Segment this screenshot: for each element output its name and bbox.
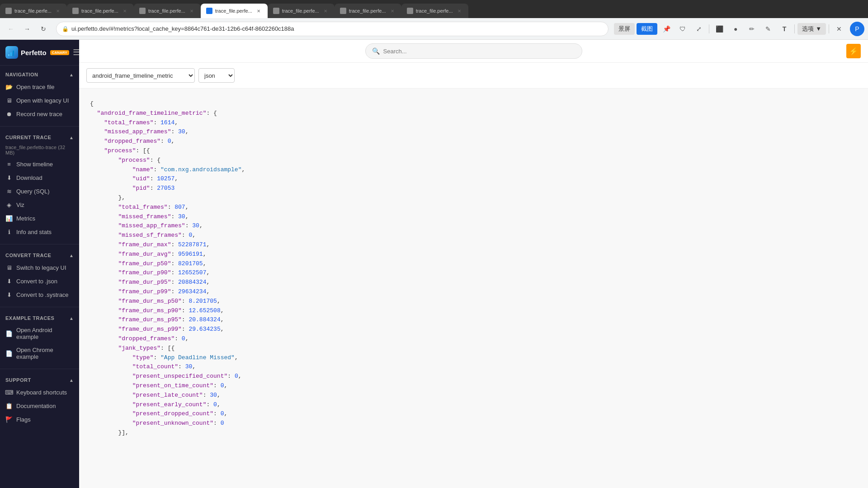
url-text: ui.perfetto.dev/#!metrics?local_cache_ke… [71, 25, 294, 32]
tab-favicon-1 [5, 8, 12, 14]
tab-favicon-7 [407, 8, 413, 14]
section-navigation-header[interactable]: Navigation ▲ [0, 69, 79, 80]
tab-close-5[interactable]: ✕ [322, 7, 329, 14]
back-button[interactable]: ← [4, 22, 18, 36]
sidebar-item-open-legacy-ui[interactable]: 🖥 Open with legacy UI [0, 94, 79, 107]
tab-title-2: trace_file.perfe... [81, 8, 118, 14]
logo: PerfettoCANARY [5, 46, 69, 59]
chrome-example-icon: 📄 [5, 350, 13, 357]
tab-close-6[interactable]: ✕ [389, 7, 396, 14]
profile-avatar[interactable]: P [850, 22, 864, 36]
download-label: Download [16, 174, 42, 181]
notification-icon[interactable]: ⚡ [846, 44, 861, 58]
section-navigation-title: Navigation [5, 72, 38, 77]
metrics-label: Metrics [16, 215, 35, 222]
url-bar[interactable]: 🔒 ui.perfetto.dev/#!metrics?local_cache_… [56, 22, 609, 36]
tab-3[interactable]: trace_file.perfe... ✕ [134, 4, 201, 18]
metric-select[interactable]: android_frame_timeline_metric [86, 68, 195, 83]
section-example-traces-header[interactable]: Example Traces ▲ [0, 313, 79, 324]
sidebar-item-android-example[interactable]: 📄 Open Android example [0, 324, 79, 343]
tab-6[interactable]: trace_file.perfe... ✕ [335, 4, 401, 18]
tab-5[interactable]: trace_file.perfe... ✕ [268, 4, 335, 18]
section-support-header[interactable]: Support ▲ [0, 375, 79, 385]
divider-1 [0, 126, 79, 127]
pen-button[interactable]: ✏ [745, 22, 759, 36]
sidebar-item-info-and-stats[interactable]: ℹ Info and stats [0, 225, 79, 239]
text-button[interactable]: T [777, 22, 792, 36]
sidebar-item-record-new-trace[interactable]: ⏺ Record new trace [0, 107, 79, 121]
sidebar-item-flags[interactable]: 🚩 Flags [0, 413, 79, 426]
timeline-icon: ≡ [5, 160, 13, 168]
sidebar-item-keyboard-shortcuts[interactable]: ⌨ Keyboard shortcuts [0, 385, 79, 399]
close-button[interactable]: ✕ [832, 22, 846, 36]
tab-close-4[interactable]: ✕ [255, 7, 262, 14]
hamburger-button[interactable]: ☰ [73, 47, 79, 57]
section-convert-trace-header[interactable]: Convert trace ▲ [0, 250, 79, 261]
sidebar-item-query-sql[interactable]: ≋ Query (SQL) [0, 184, 79, 198]
toolbar-right: 景屏 截图 📌 🛡 ⤢ ⬛ ● ✏ ✎ T 选项 ▼ ✕ P [614, 22, 864, 36]
tab-4[interactable]: trace_file.perfe... ✕ [201, 4, 268, 18]
tab-bar: trace_file.perfe... ✕ trace_file.perfe..… [0, 0, 868, 18]
section-current-trace-header[interactable]: Current Trace ▲ [0, 132, 79, 143]
sidebar-item-metrics[interactable]: 📊 Metrics [0, 211, 79, 225]
legacy-ui-label: Open with legacy UI [16, 97, 69, 104]
shield-button[interactable]: 🛡 [675, 22, 690, 36]
convert-json-icon: ⬇ [5, 277, 13, 285]
record-new-trace-label: Record new trace [16, 111, 62, 117]
format-select[interactable]: json text binary [198, 68, 235, 83]
json-viewer: { "android_frame_timeline_metric": { "to… [86, 96, 861, 441]
switch-legacy-icon: 🖥 [5, 264, 13, 271]
keyboard-shortcuts-icon: ⌨ [5, 389, 13, 396]
sidebar-item-open-trace-file[interactable]: 📂 Open trace file [0, 80, 79, 94]
sidebar-item-convert-json[interactable]: ⬇ Convert to .json [0, 274, 79, 288]
record-button[interactable]: 截图 [637, 23, 657, 35]
tab-favicon-2 [72, 8, 79, 14]
sidebar-item-chrome-example[interactable]: 📄 Open Chrome example [0, 343, 79, 363]
tab-close-3[interactable]: ✕ [188, 7, 195, 14]
tab-2[interactable]: trace_file.perfe... ✕ [67, 4, 134, 18]
trace-file-name[interactable]: trace_file.perfetto-trace (32 MB) [0, 143, 79, 157]
logo-text: Perfetto [21, 49, 47, 56]
section-example-traces: Example Traces ▲ 📄 Open Android example … [0, 309, 79, 367]
sidebar-item-download[interactable]: ⬇ Download [0, 171, 79, 184]
record-trace-icon: ⏺ [5, 110, 13, 117]
expand-button[interactable]: ⤢ [692, 22, 706, 36]
section-current-trace-title: Current Trace [5, 135, 51, 140]
search-bar[interactable]: 🔍 [365, 43, 582, 59]
screen-button[interactable]: 景屏 [614, 23, 635, 35]
tab-close-7[interactable]: ✕ [456, 7, 463, 14]
documentation-icon: 📋 [5, 402, 13, 409]
logo-icon [5, 46, 18, 59]
pin-button[interactable]: 📌 [659, 22, 674, 36]
sidebar-item-switch-legacy[interactable]: 🖥 Switch to legacy UI [0, 261, 79, 274]
pencil-button[interactable]: ✎ [761, 22, 775, 36]
forward-button[interactable]: → [20, 22, 34, 36]
download-icon: ⬇ [5, 174, 13, 181]
search-input[interactable] [383, 48, 576, 55]
options-button[interactable]: 选项 ▼ [797, 23, 826, 35]
sidebar-item-convert-systrace[interactable]: ⬇ Convert to .systrace [0, 288, 79, 301]
sidebar: PerfettoCANARY ☰ Navigation ▲ 📂 Open tra… [0, 40, 79, 488]
tab-7[interactable]: trace_file.perfe... ✕ [401, 4, 468, 18]
sidebar-item-viz[interactable]: ◈ Viz [0, 198, 79, 211]
toolbar-sep-1 [709, 24, 709, 33]
viz-icon: ◈ [5, 201, 13, 208]
example-traces-chevron-icon: ▲ [69, 316, 74, 321]
keyboard-shortcuts-label: Keyboard shortcuts [16, 389, 67, 396]
tab-1[interactable]: trace_file.perfe... ✕ [0, 4, 67, 18]
tab-favicon-6 [340, 8, 346, 14]
tab-close-2[interactable]: ✕ [121, 7, 128, 14]
logo-badge: CANARY [50, 50, 69, 55]
tab-favicon-4 [206, 8, 212, 14]
legacy-ui-icon: 🖥 [5, 97, 13, 104]
reload-button[interactable]: ↻ [36, 22, 51, 36]
info-stats-label: Info and stats [16, 229, 52, 235]
app-topbar: 🔍 ⚡ [79, 40, 868, 63]
flags-icon: 🚩 [5, 416, 13, 423]
dot-button[interactable]: ● [728, 22, 743, 36]
tab-close-1[interactable]: ✕ [54, 7, 61, 14]
sidebar-item-documentation[interactable]: 📋 Documentation [0, 399, 79, 413]
stop-button[interactable]: ⬛ [712, 22, 726, 36]
metrics-icon: 📊 [5, 215, 13, 222]
sidebar-item-show-timeline[interactable]: ≡ Show timeline [0, 157, 79, 171]
